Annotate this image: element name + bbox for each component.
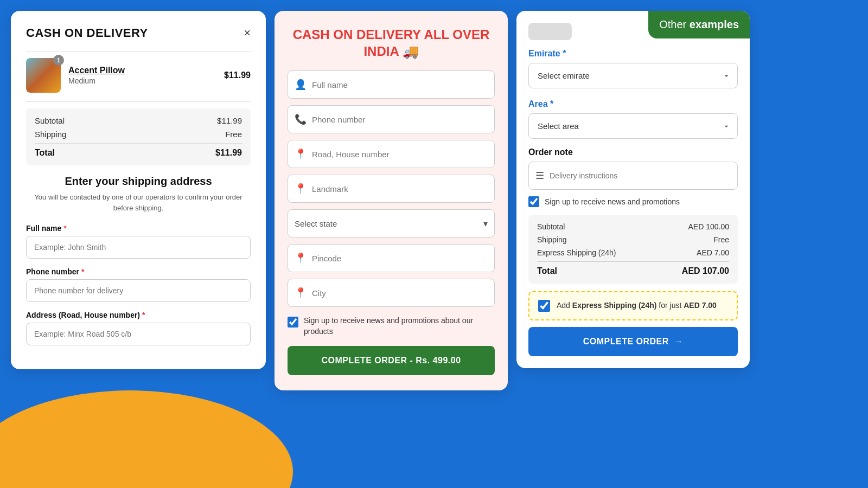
panel1-title: CASH ON DELIVERY [26, 26, 148, 40]
india-cod-panel: CASH ON DELIVERY ALL OVER INDIA 🚚 👤 📞 📍 … [275, 11, 508, 390]
uae-total-value: AED 107.00 [682, 266, 729, 276]
subtotal-label: Subtotal [35, 116, 65, 125]
india-promo-label: Sign up to receive news and promotions a… [304, 316, 495, 337]
phone-wrapper: 📞 [288, 105, 495, 133]
landmark-wrapper: 📍 [288, 175, 495, 203]
india-city-input[interactable] [312, 288, 488, 298]
panel1-header: CASH ON DELIVERY × [26, 26, 251, 40]
india-phone-input[interactable] [312, 115, 488, 124]
india-road-input[interactable] [312, 150, 488, 159]
uae-shipping-value: Free [713, 235, 729, 244]
india-fullname-input[interactable] [312, 80, 488, 89]
product-variant: Medium [68, 76, 216, 85]
india-complete-order-button[interactable]: COMPLETE ORDER - Rs. 499.00 [288, 346, 495, 375]
uae-express-value: AED 7.00 [697, 248, 729, 257]
product-row: 1 Accent Pillow Medium $11.99 [26, 58, 251, 93]
delivery-instructions-input[interactable] [550, 171, 731, 180]
order-note-label: Order note [528, 147, 738, 157]
express-shipping-box: Add Express Shipping (24h) for just AED … [528, 291, 738, 320]
india-state-select[interactable]: Select state [295, 219, 483, 228]
express-text: Add Express Shipping (24h) for just AED … [557, 300, 717, 311]
india-pincode-input[interactable] [312, 254, 488, 263]
required-star-2: * [81, 267, 84, 276]
location-icon-pincode: 📍 [295, 252, 307, 264]
uae-subtotal-label: Subtotal [537, 222, 565, 231]
total-value: $11.99 [215, 148, 242, 158]
fullname-input[interactable] [26, 236, 251, 259]
phone-group: Phone number * [26, 267, 251, 302]
location-icon-city: 📍 [295, 287, 307, 299]
shipping-value: Free [225, 130, 242, 139]
total-row: Total $11.99 [35, 143, 242, 158]
uae-shipping-label: Shipping [537, 235, 567, 244]
required-star: * [63, 224, 66, 233]
uae-shipping-row: Shipping Free [537, 235, 729, 244]
product-image-wrapper: 1 [26, 58, 61, 93]
lines-icon: ☰ [535, 170, 544, 182]
india-cod-title: CASH ON DELIVERY ALL OVER INDIA 🚚 [288, 26, 495, 60]
badge-bold-text: examples [690, 18, 739, 30]
shipping-section: Enter your shipping address You will be … [26, 175, 251, 213]
location-icon-landmark: 📍 [295, 183, 307, 195]
address-group: Address (Road, House number) * [26, 311, 251, 345]
close-button[interactable]: × [244, 27, 251, 39]
other-examples-badge: Other examples [648, 11, 750, 38]
shipping-desc: You will be contacted by one of our oper… [26, 192, 251, 213]
address-input[interactable] [26, 323, 251, 345]
cod-panel: CASH ON DELIVERY × 1 Accent Pillow Mediu… [11, 11, 266, 369]
product-divider [26, 101, 251, 102]
product-badge: 1 [53, 55, 64, 66]
road-wrapper: 📍 [288, 140, 495, 168]
subtotal-row: Subtotal $11.99 [35, 116, 242, 125]
fullname-group: Full name * [26, 224, 251, 259]
summary-table: Subtotal $11.99 Shipping Free Total $11.… [26, 108, 251, 165]
phone-label: Phone number * [26, 267, 251, 276]
product-info: Accent Pillow Medium [68, 66, 216, 85]
emirate-select[interactable]: Select emirate [528, 63, 738, 88]
uae-summary-block: Subtotal AED 100.00 Shipping Free Expres… [528, 215, 738, 284]
uae-promo-checkbox-row: Sign up to receive news and promotions [528, 196, 738, 207]
express-price: AED 7.00 [684, 301, 717, 310]
subtotal-value: $11.99 [217, 116, 242, 125]
express-bold: Express Shipping (24h) [572, 301, 657, 310]
product-name: Accent Pillow [68, 66, 216, 75]
uae-panel: Other examples Emirate * Select emirate … [516, 11, 750, 368]
emirate-label: Emirate * [528, 49, 738, 59]
required-star-3: * [142, 311, 145, 319]
promo-checkbox-row: Sign up to receive news and promotions a… [288, 316, 495, 337]
uae-total-row: Total AED 107.00 [537, 261, 729, 276]
uae-promo-checkbox[interactable] [528, 196, 539, 207]
address-label: Address (Road, House number) * [26, 311, 251, 319]
dropdown-arrow-icon: ▾ [483, 219, 488, 229]
pincode-wrapper: 📍 [288, 244, 495, 272]
shipping-heading: Enter your shipping address [26, 175, 251, 188]
city-wrapper: 📍 [288, 279, 495, 307]
india-promo-checkbox[interactable] [288, 317, 298, 328]
complete-order-label: COMPLETE ORDER [583, 337, 669, 346]
uae-express-row: Express Shipping (24h) AED 7.00 [537, 248, 729, 257]
uae-complete-order-button[interactable]: COMPLETE ORDER → [528, 327, 738, 356]
uae-promo-label: Sign up to receive news and promotions [545, 197, 680, 206]
area-select[interactable]: Select area [528, 113, 738, 139]
shipping-row: Shipping Free [35, 130, 242, 139]
fullname-label: Full name * [26, 224, 251, 233]
uae-express-label: Express Shipping (24h) [537, 248, 616, 257]
delivery-input-wrapper: ☰ [528, 162, 738, 190]
india-landmark-input[interactable] [312, 184, 488, 194]
phone-input[interactable] [26, 279, 251, 302]
uae-subtotal-row: Subtotal AED 100.00 [537, 222, 729, 231]
shipping-label: Shipping [35, 130, 66, 139]
arrow-icon: → [674, 337, 684, 346]
person-icon: 👤 [295, 79, 307, 91]
top-stub [528, 23, 572, 40]
badge-normal-text: Other [659, 18, 690, 30]
uae-total-label: Total [537, 266, 557, 276]
phone-icon: 📞 [295, 113, 307, 125]
location-icon-road: 📍 [295, 148, 307, 160]
area-label: Area * [528, 99, 738, 109]
state-select-wrapper: Select state ▾ [288, 209, 495, 237]
product-price: $11.99 [224, 70, 251, 80]
fullname-wrapper: 👤 [288, 70, 495, 99]
header-divider [26, 51, 251, 52]
express-checkbox[interactable] [538, 300, 550, 312]
